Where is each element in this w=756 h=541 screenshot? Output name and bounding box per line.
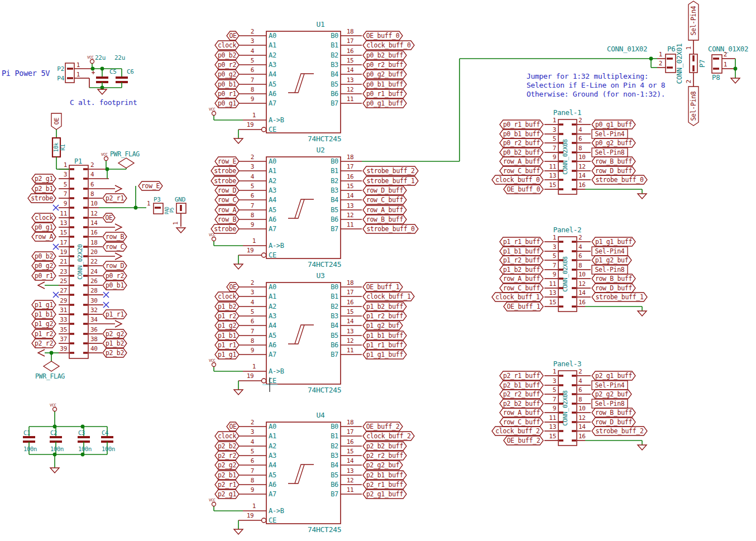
pin-name[interactable]: A2: [269, 177, 276, 185]
net-label-text[interactable]: p0_r2: [218, 61, 236, 69]
pin-name[interactable]: B1: [331, 293, 338, 300]
net-label-text[interactable]: row_A_buff: [503, 157, 540, 165]
value-p3[interactable]: PAD: [165, 207, 170, 214]
net-label-text[interactable]: row_C: [106, 243, 124, 251]
net-label-text[interactable]: row_B: [106, 233, 124, 241]
pin-number[interactable]: 1: [252, 363, 256, 370]
pin-number[interactable]: 12: [578, 414, 586, 422]
pin-number[interactable]: 8: [578, 396, 582, 403]
pin-name[interactable]: A3: [269, 61, 276, 69]
pin-number[interactable]: 7: [251, 76, 254, 84]
value-cap[interactable]: 100n: [23, 446, 37, 452]
net-label-text[interactable]: p2_b1: [35, 185, 53, 193]
pin-number[interactable]: 5: [553, 386, 556, 394]
pwr-flag-text[interactable]: PWR_FLAG: [35, 372, 65, 380]
pin-number[interactable]: 1: [685, 46, 692, 50]
net-label-text[interactable]: clock_buff_2: [495, 427, 539, 435]
part-chip[interactable]: 74HCT245: [308, 386, 341, 394]
net-label-text[interactable]: p0_g2_buff: [366, 70, 403, 78]
gnd-symbol[interactable]: [234, 138, 243, 143]
ref-chip[interactable]: U1: [316, 20, 324, 28]
net-label-text[interactable]: p0_b1: [106, 281, 124, 289]
pin-number[interactable]: 28: [90, 287, 98, 294]
pin-number[interactable]: 3: [251, 428, 254, 435]
pin-name[interactable]: CE: [269, 516, 276, 524]
pin-number[interactable]: 13: [347, 76, 354, 84]
pin-name[interactable]: A6: [269, 341, 276, 349]
net-label-text[interactable]: p1_g1: [218, 351, 236, 358]
pin-number[interactable]: 39: [60, 345, 67, 352]
pin-number[interactable]: 16: [347, 47, 354, 55]
ref-cap[interactable]: C1: [23, 429, 30, 436]
vcc-symbol[interactable]: [212, 363, 216, 367]
net-label-text[interactable]: p0_r1: [218, 90, 236, 98]
pin-number[interactable]: 16: [578, 299, 586, 306]
pin-number[interactable]: 13: [347, 467, 354, 475]
invert-bubble[interactable]: [262, 518, 266, 523]
pin-number[interactable]: 6: [90, 181, 94, 188]
net-label-text[interactable]: strobe_buff_2: [366, 167, 414, 175]
gnd-symbol[interactable]: [638, 445, 647, 450]
pin-number[interactable]: 15: [549, 181, 556, 189]
pin-name[interactable]: A0: [269, 423, 276, 430]
pin-number[interactable]: 5: [251, 183, 254, 190]
vcc-symbol[interactable]: [212, 237, 216, 241]
vcc-symbol[interactable]: [212, 502, 216, 506]
pin-number[interactable]: 1: [252, 502, 256, 510]
pin-number[interactable]: 2: [251, 279, 254, 286]
pin-number[interactable]: 7: [251, 328, 254, 335]
pin-number[interactable]: 8: [251, 86, 254, 93]
pin-number[interactable]: 2: [685, 80, 692, 83]
pin-number[interactable]: 14: [347, 192, 354, 199]
open-arrow-icon[interactable]: [115, 185, 122, 192]
pin-number[interactable]: 15: [347, 448, 354, 455]
pin-name[interactable]: A2: [269, 51, 276, 59]
pin-name[interactable]: B1: [331, 432, 338, 440]
pin-number[interactable]: 5: [64, 181, 67, 188]
pin-name[interactable]: A3: [269, 186, 276, 194]
pin-number[interactable]: 13: [60, 219, 67, 227]
pin-number[interactable]: 17: [347, 37, 354, 45]
pin-name[interactable]: B5: [331, 471, 338, 479]
pin-number[interactable]: 38: [90, 336, 98, 343]
net-label-text[interactable]: strobe_buff_1: [366, 177, 414, 185]
net-label-text[interactable]: OE_buff_1: [507, 303, 540, 310]
pin-number[interactable]: 5: [553, 135, 556, 142]
net-label-text[interactable]: OE_buff_2: [366, 423, 400, 430]
pin-number[interactable]: 8: [90, 190, 94, 198]
pin-number[interactable]: 11: [549, 414, 556, 422]
net-label-text[interactable]: Sel-Pin4: [595, 130, 625, 138]
pin-number[interactable]: 14: [347, 66, 354, 74]
pin-number[interactable]: 12: [578, 163, 586, 170]
pin-number[interactable]: 10: [578, 154, 586, 161]
net-label-text[interactable]: p1_g2: [218, 322, 236, 329]
net-label-text[interactable]: p1_b2: [218, 303, 236, 310]
net-label-text[interactable]: p0_b2: [35, 252, 53, 260]
net-label-text[interactable]: OE: [229, 32, 237, 40]
pin-number[interactable]: 4: [251, 299, 255, 306]
net-label-text[interactable]: p1_r1: [218, 341, 236, 349]
pin-number[interactable]: 10: [90, 200, 98, 207]
pin-number[interactable]: 5: [553, 252, 556, 260]
pin-number[interactable]: 2: [578, 117, 582, 124]
pin-number[interactable]: 15: [347, 308, 354, 315]
net-label-text[interactable]: p1_r2_buff: [503, 256, 540, 264]
net-label-text[interactable]: Sel-Pin4: [690, 6, 697, 35]
net-label-text[interactable]: strobe: [31, 194, 53, 202]
pin-name[interactable]: A1: [269, 41, 276, 49]
pin-number[interactable]: 11: [347, 486, 354, 494]
ref-p4[interactable]: P4: [57, 75, 64, 82]
pin-number[interactable]: 26: [90, 277, 98, 285]
net-label-text[interactable]: row_C_buff: [366, 196, 403, 204]
net-label-text[interactable]: strobe_buff_1: [595, 293, 643, 301]
net-label-text[interactable]: p2_g1_buff: [595, 372, 632, 380]
pin-number[interactable]: 15: [549, 299, 556, 306]
net-label-text[interactable]: row_A_buff: [503, 275, 540, 283]
net-label-text[interactable]: p2_b2_buff: [503, 400, 540, 408]
gnd-symbol[interactable]: [234, 390, 243, 395]
pin-name[interactable]: A1: [269, 167, 276, 175]
vcc-symbol[interactable]: [212, 112, 216, 116]
pin-number[interactable]: 8: [578, 145, 582, 152]
pin-name[interactable]: A4: [269, 70, 276, 78]
net-label-text[interactable]: p1_b1_buff: [503, 247, 540, 255]
